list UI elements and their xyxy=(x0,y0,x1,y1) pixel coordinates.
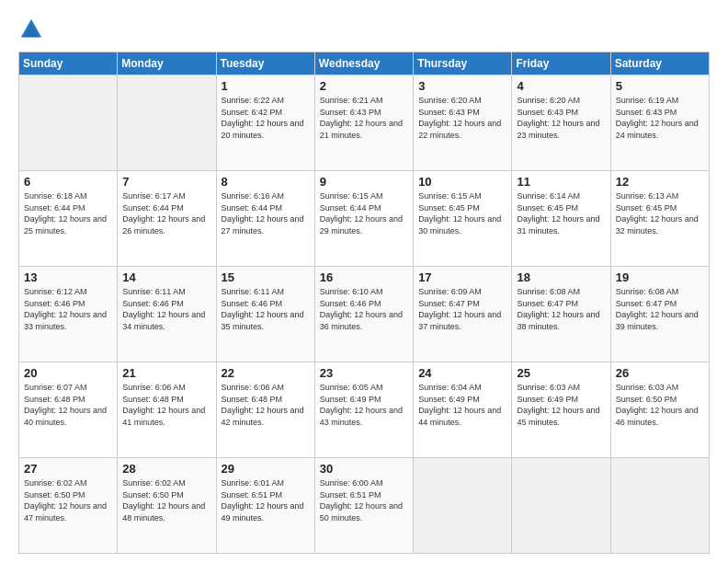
day-number: 19 xyxy=(616,270,704,284)
day-cell: 11Sunrise: 6:14 AM Sunset: 6:45 PM Dayli… xyxy=(512,171,610,267)
day-info: Sunrise: 6:06 AM Sunset: 6:48 PM Dayligh… xyxy=(222,382,310,428)
page: SundayMondayTuesdayWednesdayThursdayFrid… xyxy=(0,0,728,563)
day-number: 30 xyxy=(320,462,408,476)
day-cell: 6Sunrise: 6:18 AM Sunset: 6:44 PM Daylig… xyxy=(19,171,118,267)
day-number: 24 xyxy=(418,366,506,380)
day-number: 20 xyxy=(24,366,112,380)
day-info: Sunrise: 6:06 AM Sunset: 6:48 PM Dayligh… xyxy=(122,382,210,428)
day-cell: 19Sunrise: 6:08 AM Sunset: 6:47 PM Dayli… xyxy=(610,267,709,362)
day-cell: 13Sunrise: 6:12 AM Sunset: 6:46 PM Dayli… xyxy=(19,267,118,362)
day-number: 8 xyxy=(222,175,310,189)
day-cell: 16Sunrise: 6:10 AM Sunset: 6:46 PM Dayli… xyxy=(314,267,413,362)
col-header-sunday: Sunday xyxy=(19,52,118,75)
day-number: 12 xyxy=(616,175,704,189)
col-header-wednesday: Wednesday xyxy=(314,52,413,75)
header xyxy=(18,17,710,42)
day-cell: 27Sunrise: 6:02 AM Sunset: 6:50 PM Dayli… xyxy=(19,458,118,554)
calendar-body: 1Sunrise: 6:22 AM Sunset: 6:42 PM Daylig… xyxy=(19,75,710,554)
col-header-saturday: Saturday xyxy=(610,52,709,75)
day-cell xyxy=(19,75,118,171)
day-cell xyxy=(414,458,512,554)
week-row-4: 20Sunrise: 6:07 AM Sunset: 6:48 PM Dayli… xyxy=(19,362,710,458)
day-number: 2 xyxy=(320,79,408,93)
day-number: 14 xyxy=(122,270,210,284)
day-info: Sunrise: 6:20 AM Sunset: 6:43 PM Dayligh… xyxy=(418,95,506,141)
day-cell: 23Sunrise: 6:05 AM Sunset: 6:49 PM Dayli… xyxy=(314,362,413,458)
day-number: 5 xyxy=(616,79,704,93)
day-info: Sunrise: 6:21 AM Sunset: 6:43 PM Dayligh… xyxy=(320,95,408,141)
day-cell: 9Sunrise: 6:15 AM Sunset: 6:44 PM Daylig… xyxy=(314,171,413,267)
day-info: Sunrise: 6:08 AM Sunset: 6:47 PM Dayligh… xyxy=(616,286,704,332)
day-info: Sunrise: 6:20 AM Sunset: 6:43 PM Dayligh… xyxy=(517,95,605,141)
day-cell: 20Sunrise: 6:07 AM Sunset: 6:48 PM Dayli… xyxy=(19,362,118,458)
day-cell: 14Sunrise: 6:11 AM Sunset: 6:46 PM Dayli… xyxy=(118,267,216,362)
day-info: Sunrise: 6:01 AM Sunset: 6:51 PM Dayligh… xyxy=(222,477,310,523)
day-number: 6 xyxy=(24,175,112,189)
col-header-monday: Monday xyxy=(118,52,216,75)
day-cell xyxy=(512,458,610,554)
day-info: Sunrise: 6:11 AM Sunset: 6:46 PM Dayligh… xyxy=(222,286,310,332)
day-number: 23 xyxy=(320,366,408,380)
day-cell: 15Sunrise: 6:11 AM Sunset: 6:46 PM Dayli… xyxy=(216,267,314,362)
day-number: 16 xyxy=(320,270,408,284)
day-info: Sunrise: 6:13 AM Sunset: 6:45 PM Dayligh… xyxy=(616,190,704,236)
day-info: Sunrise: 6:07 AM Sunset: 6:48 PM Dayligh… xyxy=(24,382,112,428)
day-number: 22 xyxy=(222,366,310,380)
day-info: Sunrise: 6:11 AM Sunset: 6:46 PM Dayligh… xyxy=(122,286,210,332)
day-number: 3 xyxy=(418,79,506,93)
week-row-5: 27Sunrise: 6:02 AM Sunset: 6:50 PM Dayli… xyxy=(19,458,710,554)
day-cell: 22Sunrise: 6:06 AM Sunset: 6:48 PM Dayli… xyxy=(216,362,314,458)
logo-icon xyxy=(18,17,44,42)
day-number: 9 xyxy=(320,175,408,189)
calendar-table: SundayMondayTuesdayWednesdayThursdayFrid… xyxy=(18,52,710,554)
logo xyxy=(18,17,48,42)
day-cell: 24Sunrise: 6:04 AM Sunset: 6:49 PM Dayli… xyxy=(414,362,512,458)
day-info: Sunrise: 6:15 AM Sunset: 6:44 PM Dayligh… xyxy=(320,190,408,236)
day-number: 17 xyxy=(418,270,506,284)
day-cell xyxy=(610,458,709,554)
day-cell: 2Sunrise: 6:21 AM Sunset: 6:43 PM Daylig… xyxy=(314,75,413,171)
day-number: 21 xyxy=(122,366,210,380)
col-header-thursday: Thursday xyxy=(414,52,512,75)
calendar-header: SundayMondayTuesdayWednesdayThursdayFrid… xyxy=(19,52,710,75)
day-cell: 25Sunrise: 6:03 AM Sunset: 6:49 PM Dayli… xyxy=(512,362,610,458)
day-number: 1 xyxy=(222,79,310,93)
day-cell: 28Sunrise: 6:02 AM Sunset: 6:50 PM Dayli… xyxy=(118,458,216,554)
day-number: 13 xyxy=(24,270,112,284)
week-row-3: 13Sunrise: 6:12 AM Sunset: 6:46 PM Dayli… xyxy=(19,267,710,362)
day-info: Sunrise: 6:04 AM Sunset: 6:49 PM Dayligh… xyxy=(418,382,506,428)
day-info: Sunrise: 6:02 AM Sunset: 6:50 PM Dayligh… xyxy=(122,477,210,523)
day-number: 29 xyxy=(222,462,310,476)
day-number: 27 xyxy=(24,462,112,476)
day-cell: 4Sunrise: 6:20 AM Sunset: 6:43 PM Daylig… xyxy=(512,75,610,171)
day-cell: 3Sunrise: 6:20 AM Sunset: 6:43 PM Daylig… xyxy=(414,75,512,171)
day-info: Sunrise: 6:10 AM Sunset: 6:46 PM Dayligh… xyxy=(320,286,408,332)
day-number: 15 xyxy=(222,270,310,284)
day-cell: 26Sunrise: 6:03 AM Sunset: 6:50 PM Dayli… xyxy=(610,362,709,458)
day-cell: 10Sunrise: 6:15 AM Sunset: 6:45 PM Dayli… xyxy=(414,171,512,267)
day-info: Sunrise: 6:03 AM Sunset: 6:50 PM Dayligh… xyxy=(616,382,704,428)
day-number: 10 xyxy=(418,175,506,189)
day-number: 18 xyxy=(517,270,605,284)
day-cell: 7Sunrise: 6:17 AM Sunset: 6:44 PM Daylig… xyxy=(118,171,216,267)
day-number: 7 xyxy=(122,175,210,189)
day-cell: 12Sunrise: 6:13 AM Sunset: 6:45 PM Dayli… xyxy=(610,171,709,267)
day-cell: 29Sunrise: 6:01 AM Sunset: 6:51 PM Dayli… xyxy=(216,458,314,554)
day-cell: 8Sunrise: 6:16 AM Sunset: 6:44 PM Daylig… xyxy=(216,171,314,267)
day-info: Sunrise: 6:05 AM Sunset: 6:49 PM Dayligh… xyxy=(320,382,408,428)
day-number: 25 xyxy=(517,366,605,380)
day-info: Sunrise: 6:15 AM Sunset: 6:45 PM Dayligh… xyxy=(418,190,506,236)
day-info: Sunrise: 6:17 AM Sunset: 6:44 PM Dayligh… xyxy=(122,190,210,236)
day-info: Sunrise: 6:03 AM Sunset: 6:49 PM Dayligh… xyxy=(517,382,605,428)
day-cell: 30Sunrise: 6:00 AM Sunset: 6:51 PM Dayli… xyxy=(314,458,413,554)
day-info: Sunrise: 6:19 AM Sunset: 6:43 PM Dayligh… xyxy=(616,95,704,141)
day-number: 11 xyxy=(517,175,605,189)
day-info: Sunrise: 6:00 AM Sunset: 6:51 PM Dayligh… xyxy=(320,477,408,523)
day-cell xyxy=(118,75,216,171)
day-info: Sunrise: 6:18 AM Sunset: 6:44 PM Dayligh… xyxy=(24,190,112,236)
day-number: 28 xyxy=(122,462,210,476)
day-info: Sunrise: 6:09 AM Sunset: 6:47 PM Dayligh… xyxy=(418,286,506,332)
day-info: Sunrise: 6:14 AM Sunset: 6:45 PM Dayligh… xyxy=(517,190,605,236)
day-cell: 21Sunrise: 6:06 AM Sunset: 6:48 PM Dayli… xyxy=(118,362,216,458)
day-info: Sunrise: 6:02 AM Sunset: 6:50 PM Dayligh… xyxy=(24,477,112,523)
